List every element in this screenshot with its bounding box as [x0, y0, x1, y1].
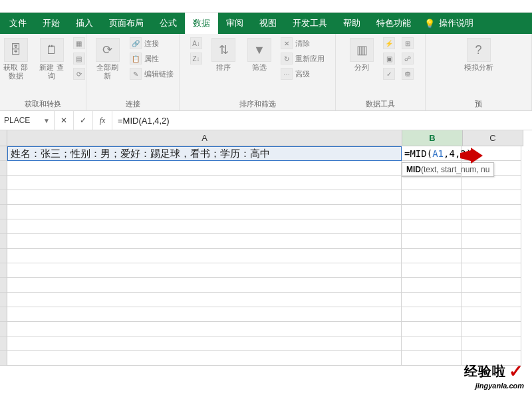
- sort-button[interactable]: ⇅ 排序: [207, 37, 239, 73]
- tab-home[interactable]: 开始: [35, 13, 68, 34]
- row-hdr-3[interactable]: [0, 176, 7, 190]
- cell-b1[interactable]: =MID(A1,4,2) MID(text, start_num, nu: [402, 146, 462, 161]
- cell-c3[interactable]: [462, 176, 521, 190]
- cell-a8[interactable]: [7, 249, 402, 263]
- cell-a2[interactable]: [7, 161, 402, 176]
- cell-a14[interactable]: [7, 336, 402, 351]
- cell-b15[interactable]: [402, 351, 462, 366]
- name-box[interactable]: PLACE ▼: [0, 111, 55, 130]
- cell-c11[interactable]: [462, 293, 521, 307]
- cell-c13[interactable]: [462, 322, 521, 336]
- confirm-button[interactable]: ✓: [74, 111, 93, 130]
- cell-c7[interactable]: [462, 234, 521, 249]
- cell-a1[interactable]: 姓名：张三；性别：男；爱好：踢足球，看书；学历：高中: [7, 146, 402, 161]
- cell-c8[interactable]: [462, 249, 521, 263]
- refresh-all-button[interactable]: ⟳ 全部刷新: [90, 37, 124, 82]
- cell-c10[interactable]: [462, 278, 521, 293]
- whatif-button[interactable]: ? 模拟分析: [462, 37, 496, 73]
- data-validation-button[interactable]: ✓: [382, 67, 396, 80]
- cell-b11[interactable]: [402, 293, 462, 307]
- cell-a15[interactable]: [7, 351, 402, 366]
- row-hdr-14[interactable]: [0, 336, 7, 351]
- row-hdr-6[interactable]: [0, 219, 7, 234]
- cell-a3[interactable]: [7, 176, 402, 190]
- tab-insert[interactable]: 插入: [68, 13, 101, 34]
- row-hdr-2[interactable]: [0, 161, 7, 176]
- edit-links-button[interactable]: ✎编辑链接: [128, 67, 175, 80]
- row-hdr-10[interactable]: [0, 278, 7, 293]
- show-queries-button[interactable]: ▦: [72, 37, 86, 50]
- tab-formulas[interactable]: 公式: [152, 13, 185, 34]
- row-hdr-13[interactable]: [0, 322, 7, 336]
- col-header-c[interactable]: C: [463, 130, 523, 146]
- tab-data[interactable]: 数据: [185, 13, 218, 34]
- cell-c9[interactable]: [462, 263, 521, 278]
- text-to-columns-button[interactable]: ▥ 分列: [346, 37, 378, 73]
- tab-page-layout[interactable]: 页面布局: [101, 13, 152, 34]
- row-hdr-9[interactable]: [0, 263, 7, 278]
- insert-function-button[interactable]: fx: [93, 111, 112, 130]
- advanced-filter-button[interactable]: ⋯高级: [279, 67, 326, 80]
- cell-b10[interactable]: [402, 278, 462, 293]
- row-hdr-11[interactable]: [0, 293, 7, 307]
- clear-filter-button[interactable]: ✕清除: [279, 37, 326, 50]
- tab-view[interactable]: 视图: [251, 13, 285, 34]
- reapply-button[interactable]: ↻重新应用: [279, 52, 326, 65]
- cell-b4[interactable]: [402, 190, 462, 205]
- cell-b6[interactable]: [402, 219, 462, 234]
- cell-b13[interactable]: [402, 322, 462, 336]
- cell-b8[interactable]: [402, 249, 462, 263]
- tell-me[interactable]: 💡 操作说明: [419, 13, 479, 34]
- select-all-corner[interactable]: [0, 130, 7, 146]
- cell-a4[interactable]: [7, 190, 402, 205]
- recent-sources-button[interactable]: ⟳: [72, 67, 86, 80]
- cell-a11[interactable]: [7, 293, 402, 307]
- tab-help[interactable]: 帮助: [335, 13, 368, 34]
- connections-button[interactable]: 🔗连接: [128, 37, 175, 50]
- cell-a6[interactable]: [7, 219, 402, 234]
- tab-special[interactable]: 特色功能: [368, 13, 419, 34]
- get-external-data-button[interactable]: 🗄 获取 部数据: [0, 37, 32, 82]
- cell-b9[interactable]: [402, 263, 462, 278]
- cell-a12[interactable]: [7, 307, 402, 322]
- flash-fill-button[interactable]: ⚡: [382, 37, 396, 50]
- tab-developer[interactable]: 开发工具: [285, 13, 335, 34]
- cell-c4[interactable]: [462, 190, 521, 205]
- new-query-button[interactable]: 🗒 新建 查询: [36, 37, 68, 82]
- cell-c14[interactable]: [462, 336, 521, 351]
- cell-a10[interactable]: [7, 278, 402, 293]
- cell-b7[interactable]: [402, 234, 462, 249]
- cell-a7[interactable]: [7, 234, 402, 249]
- name-box-dropdown-icon[interactable]: ▼: [43, 117, 50, 124]
- row-hdr-7[interactable]: [0, 234, 7, 249]
- cell-c6[interactable]: [462, 219, 521, 234]
- consolidate-button[interactable]: ⊞: [400, 37, 415, 50]
- sort-asc-button[interactable]: A↓: [189, 37, 203, 50]
- cell-c5[interactable]: [462, 205, 521, 219]
- remove-dup-button[interactable]: ▣: [382, 52, 396, 65]
- row-hdr-15[interactable]: [0, 351, 7, 366]
- cell-b2[interactable]: [402, 161, 462, 176]
- cell-a9[interactable]: [7, 263, 402, 278]
- tab-review[interactable]: 审阅: [218, 13, 251, 34]
- manage-model-button[interactable]: ⛃: [400, 67, 415, 80]
- cancel-button[interactable]: ✕: [55, 111, 74, 130]
- filter-button[interactable]: ▼ 筛选: [243, 37, 275, 73]
- col-header-a[interactable]: A: [7, 130, 402, 146]
- cell-a5[interactable]: [7, 205, 402, 219]
- col-header-b[interactable]: B: [402, 130, 463, 146]
- row-hdr-1[interactable]: [0, 146, 7, 161]
- from-table-button[interactable]: ▤: [72, 52, 86, 65]
- sort-desc-button[interactable]: Z↓: [189, 52, 203, 65]
- tab-file[interactable]: 文件: [1, 13, 35, 34]
- properties-button[interactable]: 📋属性: [128, 52, 175, 65]
- row-hdr-4[interactable]: [0, 190, 7, 205]
- row-hdr-12[interactable]: [0, 307, 7, 322]
- formula-input[interactable]: =MID(A1,4,2): [112, 111, 532, 130]
- cell-b5[interactable]: [402, 205, 462, 219]
- row-hdr-8[interactable]: [0, 249, 7, 263]
- cell-b14[interactable]: [402, 336, 462, 351]
- cell-c12[interactable]: [462, 307, 521, 322]
- cell-b3[interactable]: [402, 176, 462, 190]
- cell-a13[interactable]: [7, 322, 402, 336]
